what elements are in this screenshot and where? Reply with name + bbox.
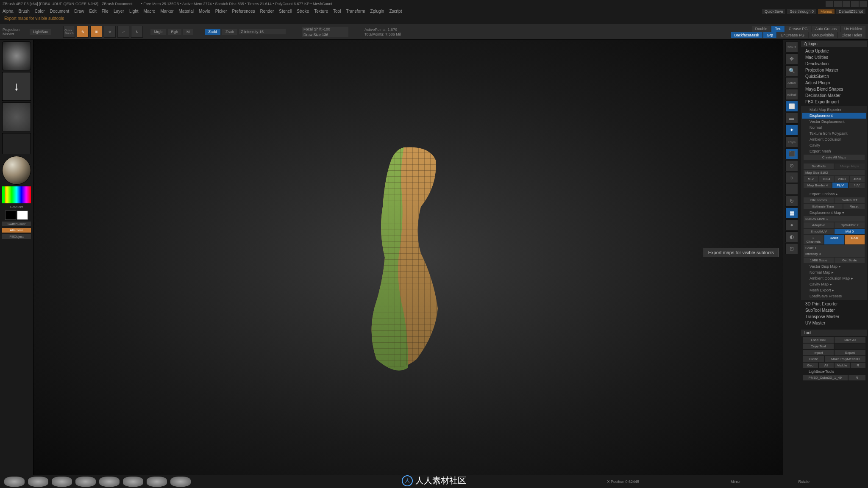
reset-button[interactable]: Reset [843,204,865,209]
rgb-button[interactable]: Rgb [168,29,182,35]
scroll-icon[interactable]: ✥ [785,53,798,64]
menu-zscript[interactable]: Zscript [389,9,402,14]
current-tool[interactable]: PM3D_Cube3D_1_49 [803,375,848,380]
pastetool-button[interactable] [835,344,865,349]
rotate-icon[interactable]: ↻ [785,196,798,207]
exportoptions-expand[interactable]: Export Options ▸ [802,191,866,197]
bottom-thumb7[interactable] [147,477,167,487]
menu-edit[interactable]: Edit [89,9,97,14]
channels-button[interactable]: 3 Channels [804,235,823,244]
solo-icon[interactable]: ◐ [785,231,798,242]
dispmap-expand[interactable]: Displacement Map ▾ [802,210,866,216]
subdivlevel-slider[interactable]: SubDiv Level 1 [804,216,865,222]
quicksketch-item[interactable]: QuickSketch [801,73,867,80]
mapborder-slider[interactable]: Map Border 4 [804,183,832,188]
swatch-primary[interactable] [17,211,28,220]
backfacemask-button[interactable]: BackfaceMask [731,32,763,38]
grp-button[interactable]: Grp [763,32,776,38]
aomap-expand[interactable]: Ambient Occlusion Map ▸ [802,275,866,281]
alpha-preview[interactable] [2,103,31,131]
lsym-icon[interactable]: LSym [785,136,798,147]
menu-light[interactable]: Light [129,9,139,14]
bottom-thumb2[interactable] [28,477,48,487]
intensity-slider[interactable]: Intensity 0 [804,251,865,257]
vectordisp-toggle[interactable]: Vector Displacement [802,119,866,125]
makepoly-button[interactable]: Make PolyMesh3D [825,356,865,362]
autoupdate-item[interactable]: Auto Update [801,48,867,54]
menu-movie[interactable]: Movie [199,9,210,14]
edit-button[interactable]: ✎ [77,26,89,38]
size2048-button[interactable]: 2048 [835,176,849,182]
projmaster-item[interactable]: Projection Master [801,67,867,73]
geo-button[interactable]: Geo [803,363,818,368]
menu-material[interactable]: Material [179,9,194,14]
fbx-item[interactable]: FBX ExportImport [801,99,867,105]
m-button[interactable]: M [183,29,193,35]
esttime-button[interactable]: Estimate Time [804,204,843,209]
size512-button[interactable]: 512 [804,176,818,182]
space-icon[interactable]: ⊡ [785,243,798,254]
loadtool-button[interactable]: Load Tool [803,337,834,343]
transposemaster-item[interactable]: Transpose Master [801,313,867,320]
drawsize-slider[interactable]: Draw Size 136 [302,32,348,37]
decimation-item[interactable]: Decimation Master [801,92,867,99]
fldv-button[interactable]: fldV [849,183,865,188]
unhidden-button[interactable]: Uv Hidden [841,26,865,32]
swatch-secondary[interactable] [5,211,16,220]
loadsave-button[interactable]: Load/Save Presets [802,293,866,299]
mem-icon[interactable]: ☼ [785,172,798,183]
mid-button[interactable]: Mid 0 [835,229,865,234]
ao-toggle[interactable]: Ambient Occlusion [802,136,866,142]
material-preview[interactable] [2,156,31,185]
smoothuv-button[interactable]: SmoothUV [804,229,834,234]
double-button[interactable]: Double [752,26,771,32]
bit32-button[interactable]: 32Bit [824,235,844,244]
draw-button[interactable]: ⊞ [90,26,102,38]
mapsize-slider[interactable]: Map Size 8192 [804,170,865,175]
groupvisible-button[interactable]: GroupVisible [809,32,837,38]
menu-zplugin[interactable]: Zplugin [370,9,384,14]
polyframe-icon[interactable]: ▦ [785,208,798,219]
bottom-thumb6[interactable] [123,477,143,487]
zplugin-title[interactable]: Zplugin [801,41,867,47]
autogroups-button[interactable]: Auto Groups [812,26,840,32]
model-mesh[interactable] [353,135,463,380]
creasepg-button[interactable]: Crease PG [785,26,811,32]
3dprint-item[interactable]: 3D Print Exporter [801,301,867,307]
zsub-button[interactable]: Zsub [222,29,237,35]
quicksketch-icon[interactable]: Quick Sketch [63,26,75,38]
deactivation-item[interactable]: Deactivation [801,61,867,67]
mergemaps-button[interactable]: Merge Maps [835,164,865,169]
mirror-label[interactable]: Mirror [731,480,741,484]
wc1[interactable] [826,1,833,7]
menu-file[interactable]: File [102,9,108,14]
xpose-icon[interactable]: ⬛ [785,148,798,159]
dpsubpix-button[interactable]: DpSubPix 2 [835,222,865,228]
switchmt-button[interactable]: Switch MT [835,197,865,203]
filenames-button[interactable]: File names [804,197,834,203]
bottom-thumb3[interactable] [52,477,72,487]
lightboxtools-item[interactable]: Lightbox▸Tools [801,369,867,374]
wc5[interactable] [860,1,867,7]
ter-button[interactable]: Ter. [771,26,785,32]
visible-button[interactable]: Visible [835,363,850,368]
r-button[interactable]: R [851,363,866,368]
adaptive-button[interactable]: Adaptive [804,222,834,228]
persp-icon[interactable]: ⬜ [785,101,798,112]
spix-icon[interactable]: SPix 3 [785,42,798,53]
frame-icon[interactable]: ⊙ [785,160,798,171]
menu-tool[interactable]: Tool [333,9,341,14]
menu-layer[interactable]: Layer [114,9,124,14]
zadd-button[interactable]: Zadd [205,29,221,35]
alternate-button[interactable]: Alternate [2,228,31,233]
subtools-button[interactable]: SubTools [804,164,834,169]
menu-draw[interactable]: Draw [74,9,84,14]
macutil-item[interactable]: Mac Utilities [801,54,867,61]
defaultzscript-button[interactable]: DefaultZScript [836,9,865,14]
menu-picker[interactable]: Picker [215,9,227,14]
menu-preferences[interactable]: Preferences [232,9,255,14]
copytool-button[interactable]: Copy Tool [803,344,834,349]
menu-document[interactable]: Document [50,9,70,14]
getscale-button[interactable]: Get Scale [835,258,865,263]
exportmesh-toggle[interactable]: Export Mesh [802,148,866,154]
